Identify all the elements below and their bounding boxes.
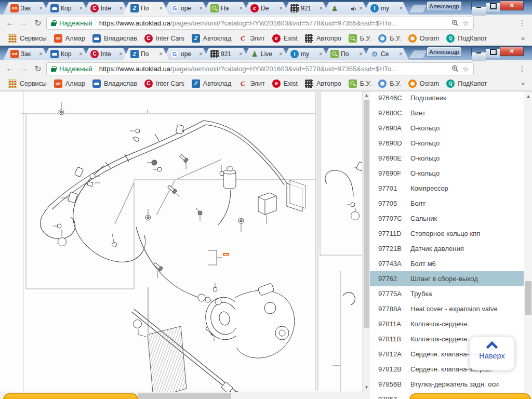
- bookmark-item[interactable]: Сервисы: [5, 33, 50, 44]
- bookmark-item[interactable]: Б.У.: [345, 33, 374, 44]
- parts-list-row[interactable]: 97690D О-кольцо: [370, 136, 524, 151]
- secure-lock-icon[interactable]: [51, 20, 56, 26]
- browser-tab[interactable]: 921 ×: [283, 2, 329, 15]
- window-control-button[interactable]: [486, 46, 500, 56]
- parts-list-row[interactable]: 97775A Трубка: [370, 286, 524, 301]
- forward-button[interactable]: →: [18, 64, 30, 73]
- bookmark-item[interactable]: Алмар: [51, 33, 88, 44]
- browser-tab[interactable]: Inte ×: [83, 2, 129, 15]
- tab-close-icon[interactable]: ×: [199, 5, 203, 12]
- bookmark-item[interactable]: Inter Cars: [141, 78, 188, 89]
- bookmarks-overflow-chevron[interactable]: »: [521, 35, 527, 42]
- browser-tab[interactable]: my ×: [363, 2, 409, 15]
- tab-close-icon[interactable]: ×: [399, 5, 403, 12]
- tab-close-icon[interactable]: ×: [199, 50, 203, 58]
- scroll-up-icon[interactable]: ▲: [524, 93, 532, 100]
- parts-list-row[interactable]: 97680C Винт: [370, 105, 524, 121]
- browser-tab[interactable]: Кор ×: [43, 48, 89, 60]
- reload-button[interactable]: ↻: [32, 18, 44, 28]
- bookmark-item[interactable]: ПодКапот: [443, 78, 490, 89]
- parts-list-row[interactable]: 97743A Болт м6: [370, 256, 524, 271]
- scrollbar-thumb[interactable]: [138, 393, 231, 399]
- browser-tab[interactable]: Inte ×: [83, 48, 129, 60]
- browser-tab[interactable]: По ×: [323, 48, 369, 60]
- parts-list-row[interactable]: 97856B Втулка-держатель задн. оси: [370, 377, 524, 392]
- bookmark-item[interactable]: ПодКапот: [443, 33, 490, 44]
- tab-close-icon[interactable]: ×: [239, 5, 243, 12]
- bookmark-item[interactable]: Автопро: [302, 33, 344, 44]
- parts-list-row[interactable]: 97788A Heat cover - expansion valve: [370, 301, 524, 316]
- forward-button[interactable]: →: [18, 18, 30, 28]
- window-control-button[interactable]: [500, 46, 524, 56]
- parts-list-row[interactable]: 97811A Колпачок-сердечн.: [370, 316, 524, 331]
- browser-tab[interactable]: ope ×: [163, 48, 209, 60]
- tab-close-icon[interactable]: ×: [119, 50, 123, 58]
- bookmark-item[interactable]: Сервисы: [5, 78, 50, 89]
- bookmark-item[interactable]: Exist: [269, 78, 301, 89]
- tab-close-icon[interactable]: ×: [319, 5, 323, 12]
- tab-close-icon[interactable]: ×: [319, 50, 323, 58]
- tab-close-icon[interactable]: ×: [159, 50, 163, 58]
- browser-tab[interactable]: my ×: [283, 48, 329, 60]
- browser-tab[interactable]: На ×: [203, 2, 249, 15]
- parts-list-row[interactable]: 97711D Стопорное кольцо кпп: [370, 226, 524, 241]
- parts-list-row[interactable]: 97721B Датчик давления: [370, 241, 524, 256]
- bookmark-item[interactable]: Б.У.: [345, 78, 374, 89]
- parts-list-row[interactable]: 97701 Компрессор: [370, 181, 524, 196]
- back-button[interactable]: ←: [4, 18, 16, 28]
- back-to-top-button[interactable]: Наверх: [469, 336, 515, 370]
- parts-list-row[interactable]: 97707C Сальник: [370, 211, 524, 226]
- scrollbar-thumb[interactable]: [525, 281, 531, 315]
- tab-close-icon[interactable]: ×: [239, 50, 243, 58]
- bookmark-item[interactable]: Элит: [235, 33, 268, 44]
- browser-tab[interactable]: Live ×: [243, 48, 289, 60]
- browser-tab[interactable]: ×: [323, 2, 369, 15]
- bookmark-star-icon[interactable]: ☆: [462, 19, 469, 27]
- browser-tab[interactable]: Се ×: [363, 48, 409, 60]
- secure-lock-icon[interactable]: [51, 66, 56, 72]
- parts-list-row[interactable]: 97646C Подшипник: [370, 91, 524, 105]
- scrollbar-thumb[interactable]: [364, 100, 369, 328]
- diagram-vertical-scrollbar[interactable]: ▲ ▼: [362, 91, 370, 392]
- bookmark-item[interactable]: Б.У.: [375, 33, 404, 44]
- tab-close-icon[interactable]: ×: [399, 50, 403, 58]
- browser-tab[interactable]: Кор ×: [43, 2, 89, 15]
- parts-list-row[interactable]: 97762 Шланг в сборе-выход: [370, 271, 524, 286]
- parts-list-row[interactable]: 97690E О-кольцо: [370, 151, 524, 166]
- bookmark-item[interactable]: Элит: [235, 78, 268, 89]
- scroll-up-icon[interactable]: ▲: [363, 92, 370, 99]
- window-control-button[interactable]: [500, 1, 524, 10]
- browser-tab[interactable]: По ×: [123, 48, 169, 60]
- bookmarks-overflow-chevron[interactable]: »: [521, 80, 527, 87]
- tab-close-icon[interactable]: ×: [279, 5, 283, 12]
- new-tab-button[interactable]: [409, 50, 427, 58]
- browser-tab[interactable]: По ×: [123, 2, 169, 15]
- bookmark-item[interactable]: Inter Cars: [141, 33, 188, 44]
- new-tab-button[interactable]: [409, 5, 427, 12]
- chrome-menu-icon[interactable]: ⋮: [516, 19, 528, 27]
- parts-list-row[interactable]: 97690A О-кольцо: [370, 121, 524, 136]
- bookmark-item[interactable]: Автопро: [302, 78, 344, 89]
- bookmark-item[interactable]: Б.У.: [375, 78, 404, 89]
- tab-close-icon[interactable]: ×: [79, 50, 83, 58]
- back-button[interactable]: ←: [4, 64, 16, 73]
- parts-list-row[interactable]: 97690F О-кольцо: [370, 166, 524, 181]
- chrome-menu-icon[interactable]: ⋮: [516, 64, 528, 73]
- window-control-button[interactable]: [486, 1, 500, 10]
- tab-close-icon[interactable]: ×: [79, 5, 83, 12]
- window-control-button[interactable]: [471, 46, 486, 56]
- bookmark-item[interactable]: Osram: [405, 78, 443, 89]
- bookmark-item[interactable]: Автоклад: [189, 33, 234, 44]
- bookmark-item[interactable]: Алмар: [51, 78, 88, 89]
- list-scrollbar[interactable]: ▲: [524, 91, 532, 399]
- browser-tab[interactable]: ope ×: [163, 2, 209, 15]
- browser-tab[interactable]: De ×: [243, 2, 289, 15]
- browser-tab[interactable]: Зак ×: [3, 48, 49, 60]
- profile-button[interactable]: Александр: [427, 47, 461, 56]
- bottom-banner-left[interactable]: [3, 393, 138, 399]
- browser-tab[interactable]: 921 ×: [203, 48, 249, 60]
- scroll-down-icon[interactable]: ▼: [363, 384, 370, 391]
- tab-close-icon[interactable]: ×: [39, 5, 43, 12]
- tab-close-icon[interactable]: ×: [119, 5, 123, 12]
- reload-button[interactable]: ↻: [32, 64, 44, 74]
